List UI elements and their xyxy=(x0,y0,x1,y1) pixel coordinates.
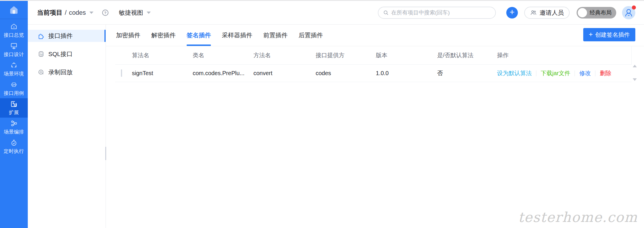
tab-pre-plugin[interactable]: 前置插件 xyxy=(263,25,288,46)
main-content: 加密插件 解密插件 签名插件 采样器插件 前置插件 后置插件 + 创建签名插件 … xyxy=(106,25,644,228)
cell-class-name: com.codes.PrePlu... xyxy=(193,70,253,77)
subsidebar-item-record-playback[interactable]: 录制回放 xyxy=(28,66,106,78)
sidebar-item-scene-environment[interactable]: 场景环境 xyxy=(0,60,28,79)
classic-layout-label: 经典布局 xyxy=(590,9,612,16)
column-header-algorithm: 算法名 xyxy=(132,51,193,59)
subsidebar-item-label: 接口插件 xyxy=(48,32,73,40)
action-divider xyxy=(595,71,595,76)
cell-algorithm-name: signTest xyxy=(132,70,193,77)
breadcrumb-current-project-label: 当前项目 xyxy=(37,8,62,17)
sidebar-item-scheduled-execution[interactable]: 定时执行 xyxy=(0,137,28,156)
breadcrumb-project-name[interactable]: codes xyxy=(69,9,86,16)
tab-label: 后置插件 xyxy=(299,31,323,39)
column-header-class: 类名 xyxy=(193,51,253,59)
help-circle-icon: ? xyxy=(102,9,109,16)
tab-post-plugin[interactable]: 后置插件 xyxy=(299,25,323,46)
app-header: 当前项目 / codes ? 敏捷视图 + xyxy=(28,1,644,25)
column-header-version: 版本 xyxy=(376,51,437,59)
project-dropdown-caret-icon[interactable] xyxy=(89,12,93,14)
api-hexagon-icon: API xyxy=(10,81,18,88)
create-sign-plugin-button[interactable]: + 创建签名插件 xyxy=(583,28,635,41)
tab-decrypt-plugin[interactable]: 解密插件 xyxy=(151,25,176,46)
sidebar-item-label: 接口用例 xyxy=(4,90,24,97)
view-switcher-label: 敏捷视图 xyxy=(119,9,143,17)
table-right-divider xyxy=(631,46,632,65)
plus-icon: + xyxy=(589,31,593,38)
tab-encrypt-plugin[interactable]: 加密插件 xyxy=(116,25,140,46)
subsidebar-item-label: 录制回放 xyxy=(48,68,73,76)
column-header-actions: 操作 xyxy=(497,51,632,59)
row-actions: 设为默认算法 下载jar文件 修改 删除 xyxy=(497,69,632,77)
action-divider xyxy=(536,71,536,76)
sidebar-item-label: 定时执行 xyxy=(4,148,24,155)
tab-sampler-plugin[interactable]: 采样器插件 xyxy=(222,25,252,46)
scroll-down-arrow-icon[interactable] xyxy=(633,78,637,81)
invite-members-button[interactable]: 邀请人员 xyxy=(524,7,570,19)
main-sidebar: 接口总览 接口设计 场景环境 API xyxy=(0,1,28,228)
cell-version: 1.0.0 xyxy=(376,70,437,77)
view-switcher[interactable]: 敏捷视图 xyxy=(119,9,151,17)
invite-members-label: 邀请人员 xyxy=(540,9,564,17)
sidebar-item-api-overview[interactable]: 接口总览 xyxy=(0,21,28,40)
sidebar-item-scene-orchestration[interactable]: 场景编排 xyxy=(0,118,28,137)
scroll-up-arrow-icon[interactable] xyxy=(633,65,637,67)
global-search xyxy=(378,7,496,19)
create-sign-plugin-label: 创建签名插件 xyxy=(595,31,630,39)
tab-label: 前置插件 xyxy=(263,31,288,39)
sidebar-item-label: 扩展 xyxy=(9,109,19,116)
subsidebar-item-label: SQL接口 xyxy=(48,50,73,58)
sidebar-nav: 接口总览 接口设计 场景环境 API xyxy=(0,19,28,156)
tab-label: 采样器插件 xyxy=(222,31,252,39)
edit-link[interactable]: 修改 xyxy=(579,69,591,77)
record-playback-icon xyxy=(38,69,45,76)
view-switcher-caret-icon xyxy=(147,12,151,14)
app-screen: 接口总览 接口设计 场景环境 API xyxy=(0,0,644,228)
search-input[interactable] xyxy=(391,10,487,16)
sidebar-item-label: 接口总览 xyxy=(4,32,24,38)
home-outline-icon xyxy=(10,23,18,30)
flow-icon xyxy=(10,120,18,127)
svg-text:Sql: Sql xyxy=(40,53,43,55)
share-network-icon xyxy=(10,62,18,69)
sidebar-item-api-design[interactable]: 接口设计 xyxy=(0,40,28,60)
tab-label: 加密插件 xyxy=(116,31,140,39)
classic-layout-toggle[interactable]: 经典布局 xyxy=(577,7,616,18)
column-header-provider: 接口提供方 xyxy=(316,51,376,59)
timer-icon xyxy=(10,139,18,147)
help-button[interactable]: ? xyxy=(102,9,109,16)
sidebar-item-label: 接口设计 xyxy=(4,51,24,58)
set-default-algorithm-link[interactable]: 设为默认算法 xyxy=(497,69,532,77)
table-row: signTest com.codes.PrePlu... convert cod… xyxy=(115,65,632,82)
cell-provider: codes xyxy=(316,70,376,77)
toggle-knob xyxy=(578,8,587,17)
table-header-row: 算法名 类名 方法名 接口提供方 版本 是/否默认算法 操作 xyxy=(115,46,632,65)
watermark: testerhome.com xyxy=(518,209,638,225)
puzzle-icon xyxy=(38,32,45,39)
column-header-is-default: 是/否默认算法 xyxy=(437,51,497,59)
row-checkbox[interactable] xyxy=(121,69,122,77)
breadcrumb-separator: / xyxy=(65,9,67,16)
subsidebar-item-sql-api[interactable]: Sql SQL接口 xyxy=(28,48,106,60)
sidebar-item-label: 场景环境 xyxy=(4,71,24,77)
monitor-icon xyxy=(10,42,18,50)
extension-icon xyxy=(10,100,18,108)
user-avatar[interactable] xyxy=(622,6,635,19)
tab-label: 签名插件 xyxy=(187,31,211,39)
download-jar-link[interactable]: 下载jar文件 xyxy=(541,69,570,77)
delete-link[interactable]: 删除 xyxy=(600,69,611,77)
cell-is-default: 否 xyxy=(437,69,497,77)
sidebar-item-api-case[interactable]: API 接口用例 xyxy=(0,79,28,98)
subsidebar-item-api-plugin[interactable]: 接口插件 xyxy=(28,30,106,42)
action-divider xyxy=(575,71,575,76)
column-header-method: 方法名 xyxy=(253,51,316,59)
sidebar-item-extension[interactable]: 扩展 xyxy=(0,98,28,118)
app-logo[interactable] xyxy=(0,1,28,19)
quick-create-button[interactable]: + xyxy=(506,7,518,18)
search-icon xyxy=(383,10,389,16)
home-logo-icon xyxy=(8,4,19,15)
tab-sign-plugin[interactable]: 签名插件 xyxy=(187,25,211,46)
plugin-tab-bar: 加密插件 解密插件 签名插件 采样器插件 前置插件 后置插件 xyxy=(106,25,644,46)
secondary-sidebar: 接口插件 Sql SQL接口 录制回放 xyxy=(28,25,106,228)
tab-label: 解密插件 xyxy=(151,31,176,39)
notification-badge xyxy=(632,5,636,10)
